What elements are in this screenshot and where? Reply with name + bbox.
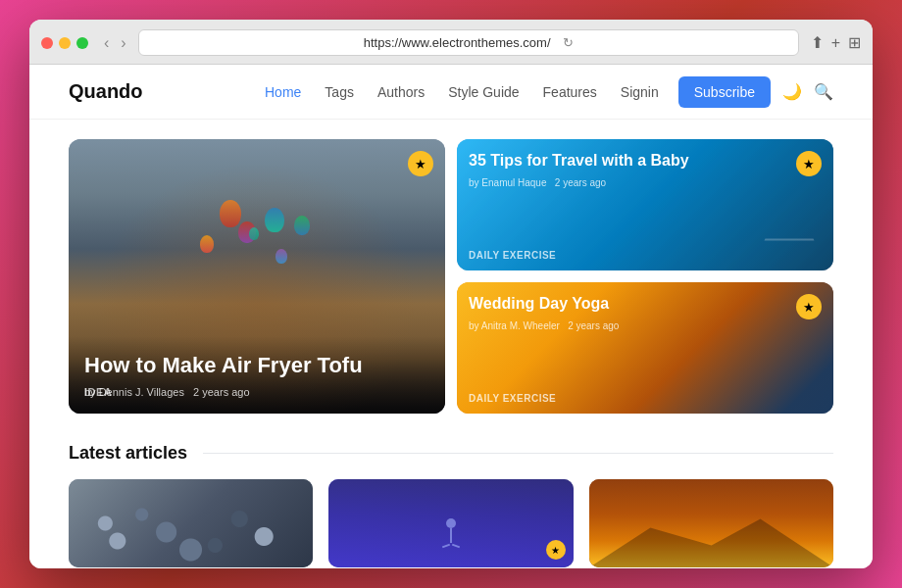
share-button[interactable]: ⬆	[811, 33, 824, 52]
nav-link-home[interactable]: Home	[265, 84, 301, 100]
balloon-3	[200, 235, 214, 253]
traffic-lights	[41, 37, 88, 49]
nav-link-authors[interactable]: Authors	[377, 84, 425, 100]
dock-decoration	[764, 238, 814, 240]
hero-section: ★ How to Make Air Fryer Tofu by Dennis J…	[29, 120, 873, 433]
new-tab-button[interactable]: +	[831, 34, 840, 52]
latest-header: Latest articles	[69, 443, 833, 464]
hero-sub1-category: DAILY EXERCISE	[469, 250, 556, 261]
article-card-3[interactable]	[589, 479, 833, 567]
search-button[interactable]: 🔍	[814, 82, 833, 101]
latest-title: Latest articles	[69, 443, 187, 464]
mountain-svg	[589, 514, 833, 567]
hero-main-category: IDEA	[84, 386, 112, 398]
subscribe-button[interactable]: Subscribe	[678, 76, 771, 108]
hero-main-meta: by Dennis J. Villages 2 years ago	[84, 386, 429, 398]
address-bar[interactable]: https://www.electronthemes.com/ ↻	[138, 29, 799, 56]
nav-buttons: ‹ ›	[100, 33, 130, 53]
back-button[interactable]: ‹	[100, 33, 113, 53]
article-card-2[interactable]: ★	[328, 479, 573, 567]
hero-sub-card-2[interactable]: ★ Wedding Day Yoga by Anitra M. Wheeler …	[457, 282, 833, 414]
nav-link-style-guide[interactable]: Style Guide	[448, 84, 519, 100]
nav-link-signin[interactable]: Signin	[621, 84, 659, 100]
balloon-2	[265, 208, 284, 232]
forward-button[interactable]: ›	[117, 33, 129, 53]
hero-main-time: 2 years ago	[193, 386, 249, 398]
hero-main-content: How to Make Air Fryer Tofu by Dennis J. …	[69, 336, 445, 414]
hero-sub1-title: 35 Tips for Travel with a Baby	[469, 151, 822, 172]
svg-marker-0	[589, 519, 833, 568]
browser-actions: ⬆ + ⊞	[811, 33, 861, 52]
hero-main-star: ★	[408, 151, 433, 176]
browser-window: ‹ › https://www.electronthemes.com/ ↻ ⬆ …	[29, 20, 873, 568]
hero-sub-card-1[interactable]: ★ 35 Tips for Travel with a Baby by Enam…	[457, 139, 833, 270]
balloon-5	[276, 249, 287, 264]
article-card-1[interactable]	[69, 479, 313, 567]
nav-links: Home Tags Authors Style Guide Features S…	[265, 83, 659, 101]
latest-divider	[203, 453, 833, 454]
maximize-button[interactable]	[76, 37, 88, 49]
hero-sub2-content: Wedding Day Yoga by Anitra M. Wheeler 2 …	[469, 294, 822, 331]
hero-sub2-author: by Anitra M. Wheeler	[469, 320, 560, 331]
hero-sub1-author: by Enamul Haque	[469, 177, 547, 188]
url-text: https://www.electronthemes.com/	[364, 35, 551, 50]
hero-sub1-meta: by Enamul Haque 2 years ago	[469, 177, 822, 188]
balloon-6	[220, 200, 241, 227]
hero-sub2-title: Wedding Day Yoga	[469, 294, 822, 315]
nav-link-features[interactable]: Features	[543, 84, 597, 100]
grid-button[interactable]: ⊞	[848, 33, 861, 52]
nav-link-tags[interactable]: Tags	[325, 84, 354, 100]
close-button[interactable]	[41, 37, 53, 49]
hero-main-title: How to Make Air Fryer Tofu	[84, 352, 429, 380]
article-star-2: ★	[546, 540, 566, 560]
hero-sub2-category: DAILY EXERCISE	[469, 393, 556, 404]
balloon-4	[294, 216, 310, 235]
articles-grid: ★	[69, 479, 833, 567]
hero-sub2-time: 2 years ago	[568, 320, 619, 331]
dark-mode-button[interactable]: 🌙	[782, 82, 802, 101]
hero-main-card[interactable]: ★ How to Make Air Fryer Tofu by Dennis J…	[69, 139, 445, 414]
minimize-button[interactable]	[59, 37, 71, 49]
site-nav: Quando Home Tags Authors Style Guide Fea…	[29, 65, 873, 120]
hero-sub1-content: 35 Tips for Travel with a Baby by Enamul…	[469, 151, 822, 188]
hero-sub1-time: 2 years ago	[555, 177, 606, 188]
website-content: Quando Home Tags Authors Style Guide Fea…	[29, 65, 873, 568]
site-logo[interactable]: Quando	[69, 80, 143, 103]
nav-actions: Subscribe 🌙 🔍	[678, 76, 833, 108]
pebbles-bg	[69, 479, 313, 567]
balloon-7	[249, 227, 259, 240]
hero-sub2-meta: by Anitra M. Wheeler 2 years ago	[469, 320, 822, 331]
browser-chrome: ‹ › https://www.electronthemes.com/ ↻ ⬆ …	[29, 20, 873, 65]
yoga-figure	[441, 518, 461, 558]
latest-section: Latest articles	[29, 433, 873, 568]
reload-icon: ↻	[563, 35, 574, 50]
